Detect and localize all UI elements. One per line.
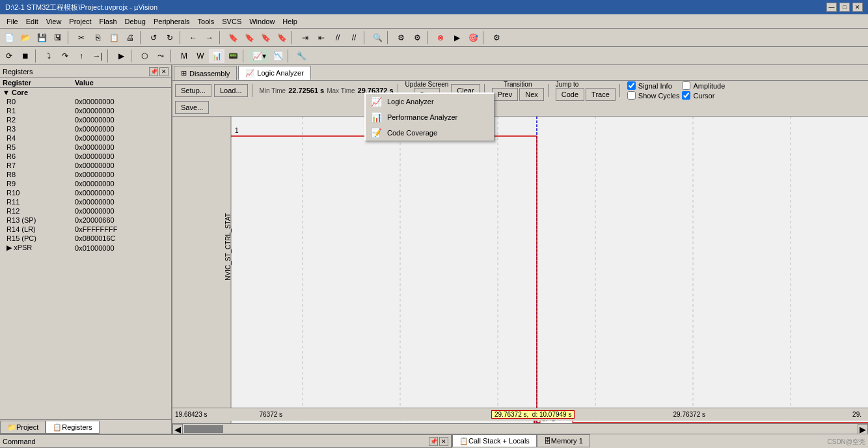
comment-button[interactable]: // bbox=[330, 31, 346, 45]
memory-tab-icon: 🗄 bbox=[544, 437, 551, 445]
find-button[interactable]: 🔍 bbox=[370, 31, 385, 45]
step-over-button[interactable]: ↷ bbox=[57, 49, 73, 63]
registers-pin-btn[interactable]: 📌 bbox=[149, 67, 158, 76]
run-to-cursor[interactable]: →| bbox=[90, 49, 105, 63]
menu-edit[interactable]: Edit bbox=[22, 16, 42, 27]
dropdown-performance-analyzer[interactable]: 📊 Performance Analyzer bbox=[366, 109, 494, 125]
load-button[interactable]: Load... bbox=[214, 84, 248, 97]
save-button[interactable]: 💾 bbox=[34, 31, 49, 45]
sep3 bbox=[180, 31, 183, 44]
scroll-right-btn[interactable]: ▶ bbox=[858, 424, 868, 434]
signal-info-checkbox[interactable] bbox=[627, 81, 636, 90]
scroll-track[interactable] bbox=[184, 425, 856, 433]
bookmark4-button[interactable]: 🔖 bbox=[274, 31, 290, 45]
tab-project[interactable]: 📁 Project bbox=[0, 421, 46, 434]
breakpoint-button[interactable]: ⬡ bbox=[137, 49, 152, 63]
redo-button[interactable]: ↻ bbox=[162, 31, 178, 45]
indent-button[interactable]: ⇥ bbox=[297, 31, 313, 45]
next-button[interactable]: Nex bbox=[519, 88, 544, 101]
cc-menu-icon: 📝 bbox=[371, 128, 382, 138]
prev-button[interactable]: Prev bbox=[492, 88, 519, 101]
watch-button[interactable]: W bbox=[193, 49, 208, 63]
settings2-button[interactable]: ⚙ bbox=[409, 31, 425, 45]
table-row: R00x00000000 bbox=[0, 97, 171, 106]
tab-call-stack[interactable]: 📋 Call Stack + Locals bbox=[452, 434, 537, 447]
command-close-btn[interactable]: ✕ bbox=[439, 437, 448, 446]
horizontal-scrollbar[interactable]: ◀ ▶ bbox=[172, 423, 868, 434]
la-menu-icon: 📈 bbox=[371, 96, 382, 107]
paste-button[interactable]: 📋 bbox=[106, 31, 122, 45]
menu-view[interactable]: View bbox=[42, 16, 66, 27]
stop-debug-button[interactable]: ⊗ bbox=[433, 31, 448, 45]
reset-button[interactable]: ⟳ bbox=[1, 49, 17, 63]
sep4 bbox=[219, 31, 223, 44]
menu-svcs[interactable]: SVCS bbox=[218, 16, 245, 27]
config-button[interactable]: ⚙ bbox=[489, 31, 504, 45]
menu-debug[interactable]: Debug bbox=[121, 16, 150, 27]
minimize-button[interactable]: — bbox=[826, 3, 837, 12]
menu-file[interactable]: File bbox=[3, 16, 22, 27]
menu-tools[interactable]: Tools bbox=[194, 16, 219, 27]
open-button[interactable]: 📂 bbox=[18, 31, 33, 45]
uncomment-button[interactable]: // bbox=[346, 31, 362, 45]
amplitude-checkbox[interactable] bbox=[682, 81, 690, 90]
cursor-checkbox[interactable] bbox=[682, 91, 690, 100]
save-all-button[interactable]: 🖫 bbox=[50, 31, 66, 45]
table-row[interactable]: ▶ xPSR0x01000000 bbox=[0, 243, 171, 253]
maximize-button[interactable]: □ bbox=[839, 3, 850, 12]
new-button[interactable]: 📄 bbox=[1, 31, 17, 45]
undo-button[interactable]: ↺ bbox=[146, 31, 161, 45]
menu-project[interactable]: Project bbox=[65, 16, 95, 27]
debug-stop-button[interactable]: ⏹ bbox=[18, 49, 33, 63]
code-button[interactable]: Code bbox=[556, 88, 584, 101]
step-out-button[interactable]: ↑ bbox=[74, 49, 89, 63]
transition-label: Transition bbox=[504, 81, 532, 88]
bookmark3-button[interactable]: 🔖 bbox=[258, 31, 273, 45]
la-sep4 bbox=[548, 84, 552, 97]
forward-button[interactable]: → bbox=[202, 31, 217, 45]
mem-button[interactable]: M bbox=[176, 49, 192, 63]
menu-flash[interactable]: Flash bbox=[96, 16, 121, 27]
tab-disassembly[interactable]: ⊞ Disassembly bbox=[174, 66, 237, 80]
registers-close-btn[interactable]: ✕ bbox=[159, 67, 169, 76]
show-cycles-checkbox[interactable] bbox=[627, 91, 636, 100]
tab-memory[interactable]: 🗄 Memory 1 bbox=[537, 434, 590, 447]
max-time-label: Max Time bbox=[327, 87, 355, 94]
copy-button[interactable]: ⎘ bbox=[90, 31, 105, 45]
settings-button[interactable]: ⚙ bbox=[393, 31, 409, 45]
setup-button[interactable]: Setup... bbox=[175, 84, 211, 97]
show-next-button[interactable]: ⤳ bbox=[153, 49, 169, 63]
serial-button[interactable]: 📟 bbox=[225, 49, 241, 63]
waveform-area[interactable]: NVIC_ST_CTRL_STAT 1 bbox=[172, 117, 868, 434]
command-pin-btn[interactable]: 📌 bbox=[429, 437, 438, 446]
dropdown-code-coverage[interactable]: 📝 Code Coverage bbox=[366, 125, 494, 141]
trace-button[interactable]: 📉 bbox=[270, 49, 286, 63]
perf-button[interactable]: 📊 bbox=[209, 49, 224, 63]
menu-peripherals[interactable]: Peripherals bbox=[150, 16, 194, 27]
cut-button[interactable]: ✂ bbox=[74, 31, 89, 45]
step-in-button[interactable]: ⤵ bbox=[41, 49, 57, 63]
trace-button[interactable]: Trace bbox=[586, 88, 616, 101]
run-button[interactable]: ▶ bbox=[113, 49, 129, 63]
tab-registers[interactable]: 📋 Registers bbox=[46, 421, 99, 434]
dropdown-logic-analyzer[interactable]: 📈 Logic Analyzer bbox=[366, 94, 494, 109]
back-button[interactable]: ← bbox=[185, 31, 201, 45]
menu-help[interactable]: Help bbox=[278, 16, 301, 27]
bookmark2-button[interactable]: 🔖 bbox=[241, 31, 257, 45]
print-button[interactable]: 🖨 bbox=[122, 31, 138, 45]
menu-window[interactable]: Window bbox=[245, 16, 278, 27]
checkboxes-section2: Amplitude Cursor bbox=[682, 81, 725, 100]
bookmark-button[interactable]: 🔖 bbox=[225, 31, 241, 45]
tab-logic-analyzer[interactable]: 📈 Logic Analyzer bbox=[238, 66, 311, 80]
registers-scroll[interactable]: Register Value ▼ Core R00x00000000 R10x0… bbox=[0, 78, 171, 419]
scroll-left-btn[interactable]: ◀ bbox=[172, 424, 183, 434]
close-button[interactable]: ✕ bbox=[852, 3, 863, 12]
run-debug-button[interactable]: ▶ bbox=[449, 31, 465, 45]
scroll-thumb[interactable] bbox=[184, 425, 223, 433]
unindent-button[interactable]: ⇤ bbox=[314, 31, 329, 45]
tools-btn[interactable]: 🔧 bbox=[293, 49, 309, 63]
target-button[interactable]: 🎯 bbox=[465, 31, 481, 45]
save-button-la[interactable]: Save... bbox=[175, 101, 209, 114]
table-row: R70x00000000 bbox=[0, 161, 171, 170]
logic-dropdown-button[interactable]: 📈▾ bbox=[249, 49, 269, 63]
